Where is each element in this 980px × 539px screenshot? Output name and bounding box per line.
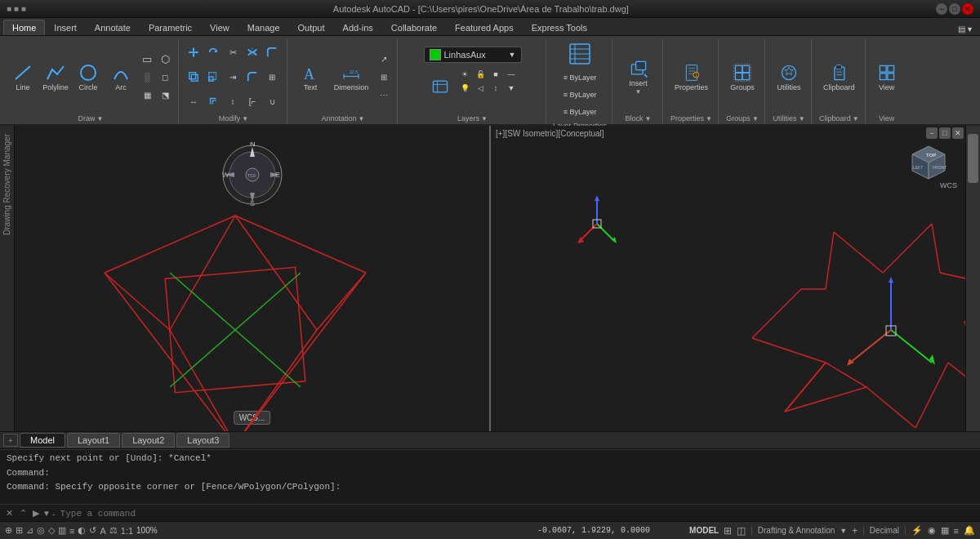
- polar-icon[interactable]: ◎: [37, 525, 45, 536]
- tab-layout1[interactable]: Layout1: [67, 433, 120, 448]
- layer-dropdown[interactable]: LinhasAux ▼: [424, 47, 522, 63]
- stretch-button[interactable]: ↔: [185, 93, 202, 109]
- workspace-switcher[interactable]: Drafting & Annotation: [758, 526, 835, 535]
- units-display[interactable]: Decimal: [870, 526, 899, 535]
- lineweight-icon[interactable]: ≡: [69, 526, 74, 536]
- tab-insert[interactable]: Insert: [45, 20, 86, 35]
- layer-more-btn[interactable]: ▼: [503, 80, 519, 96]
- transparency-icon[interactable]: ◐: [78, 525, 86, 536]
- annotation-mon-icon[interactable]: A: [100, 526, 105, 536]
- layer-prev-btn[interactable]: ◁: [472, 80, 488, 96]
- ortho-icon[interactable]: ⊿: [26, 525, 33, 536]
- isolation-toggle[interactable]: ◉: [928, 525, 936, 536]
- add-workspace-btn[interactable]: +: [852, 525, 858, 537]
- tab-manage[interactable]: Manage: [238, 20, 289, 35]
- viewport-right[interactable]: [+][SW Isometric][Conceptual] − □ ✕: [491, 126, 965, 431]
- polygon-button[interactable]: ⬡: [157, 51, 173, 67]
- arc-button[interactable]: Arc: [106, 60, 136, 95]
- properties-panel-toggle[interactable]: ▦: [941, 525, 949, 536]
- tab-output[interactable]: Output: [289, 20, 334, 35]
- command-input[interactable]: [57, 509, 977, 519]
- insert-block-button[interactable]: Insert ▼: [624, 56, 653, 99]
- list-prop-btn[interactable]: ≡ ByLayer: [559, 87, 600, 103]
- vp-minimize-btn[interactable]: −: [926, 127, 938, 139]
- screen-options-btn[interactable]: ▤▼: [955, 23, 977, 35]
- right-scrollbar[interactable]: [965, 126, 980, 431]
- tab-home[interactable]: Home: [3, 20, 45, 35]
- cmd-expand-btn[interactable]: ⌃: [17, 508, 29, 519]
- multileader-button[interactable]: ↗: [376, 51, 392, 67]
- layers-panel-toggle[interactable]: ≡: [954, 526, 959, 536]
- text-button[interactable]: A Text: [294, 60, 327, 95]
- snap-icon[interactable]: ⊕: [5, 525, 12, 536]
- trim-button[interactable]: ✂: [225, 44, 241, 60]
- fillet-button[interactable]: [264, 44, 280, 60]
- dynin-icon[interactable]: ▥: [58, 525, 66, 536]
- tab-featured[interactable]: Featured Apps: [446, 20, 523, 35]
- isometric-grid-toggle[interactable]: ◫: [737, 525, 746, 537]
- maximize-button[interactable]: □: [949, 3, 960, 15]
- hardware-accel-icon[interactable]: ⚡: [911, 525, 923, 536]
- tab-layout3[interactable]: Layout3: [176, 433, 229, 448]
- minimize-button[interactable]: −: [936, 3, 947, 15]
- clipboard-button[interactable]: Clipboard: [818, 60, 860, 95]
- gradient-button[interactable]: ▦: [139, 87, 155, 103]
- layer-match-btn[interactable]: ↕: [488, 80, 504, 96]
- array-button[interactable]: ⊞: [264, 69, 280, 85]
- mirror-button[interactable]: [244, 44, 261, 60]
- scale-button[interactable]: [205, 69, 221, 85]
- boundary-button[interactable]: ⬔: [157, 87, 173, 103]
- rotate-button[interactable]: [205, 44, 221, 60]
- tab-add-ins[interactable]: Add-ins: [334, 20, 382, 35]
- cmd-dropdown-arrow[interactable]: ▼: [42, 509, 51, 518]
- groups-button[interactable]: Groups: [725, 60, 760, 95]
- tab-parametric[interactable]: Parametric: [140, 20, 201, 35]
- line-button[interactable]: Line: [8, 60, 38, 95]
- grid-icon[interactable]: ⊞: [16, 525, 23, 536]
- copy-button[interactable]: [185, 69, 202, 85]
- close-button[interactable]: ✕: [962, 3, 973, 15]
- osnap-icon[interactable]: ◇: [48, 525, 55, 536]
- ann-autoscale-icon[interactable]: ⚖: [109, 525, 118, 536]
- view-button[interactable]: View: [872, 60, 902, 95]
- join-button[interactable]: ∪: [264, 93, 280, 109]
- tab-model[interactable]: Model: [20, 433, 65, 448]
- new-layout-btn[interactable]: +: [3, 434, 18, 447]
- chamfer-button[interactable]: [244, 69, 261, 85]
- cmd-close-btn[interactable]: ✕: [3, 508, 16, 519]
- tab-annotate[interactable]: Annotate: [86, 20, 140, 35]
- layer-properties-button[interactable]: [427, 75, 453, 98]
- polyline-button[interactable]: Polyline: [41, 60, 70, 95]
- grid-snap-toggle[interactable]: ⊞: [724, 525, 732, 537]
- drawing-recovery-panel[interactable]: Drawing Recovery Manager: [0, 126, 15, 431]
- lengthen-button[interactable]: ↕: [225, 93, 241, 109]
- properties-button[interactable]: Properties: [670, 60, 713, 95]
- rectangle-button[interactable]: ▭: [139, 51, 155, 67]
- tab-view[interactable]: View: [201, 20, 238, 35]
- more-prop-btn[interactable]: ≡ ByLayer: [559, 104, 600, 120]
- offset-button[interactable]: [205, 93, 221, 109]
- utilities-button[interactable]: Utilities: [773, 60, 806, 95]
- tab-express[interactable]: Express Tools: [523, 20, 596, 35]
- viewport-left[interactable]: N S E W TOI WCS...: [15, 126, 491, 431]
- extend-button[interactable]: ⇥: [225, 69, 241, 85]
- scrollbar-thumb[interactable]: [968, 134, 978, 183]
- dimension-button[interactable]: 12.5 Dimension: [332, 60, 371, 95]
- tab-layout2[interactable]: Layout2: [122, 433, 175, 448]
- circle-button[interactable]: Circle: [74, 60, 103, 95]
- layer-on-btn[interactable]: 💡: [457, 80, 473, 96]
- region-button[interactable]: ◻: [157, 69, 173, 85]
- hatch-button[interactable]: ░: [139, 69, 155, 85]
- vp-close-btn[interactable]: ✕: [952, 127, 964, 139]
- sel-cycle-icon[interactable]: ↺: [89, 525, 96, 536]
- tab-collaborate[interactable]: Collaborate: [382, 20, 446, 35]
- match-prop-btn[interactable]: ≡ ByLayer: [559, 69, 600, 86]
- annotation-tools-btn[interactable]: ⋯: [376, 87, 392, 103]
- move-button[interactable]: [185, 44, 202, 60]
- workspace-scales-icon[interactable]: 1:1: [121, 526, 133, 536]
- vp-restore-btn[interactable]: □: [939, 127, 951, 139]
- notification-icon[interactable]: 🔔: [964, 525, 975, 536]
- workspace-arrow[interactable]: ▼: [840, 527, 847, 535]
- table-button[interactable]: ⊞: [376, 69, 392, 85]
- break-button[interactable]: [⌐: [244, 93, 261, 109]
